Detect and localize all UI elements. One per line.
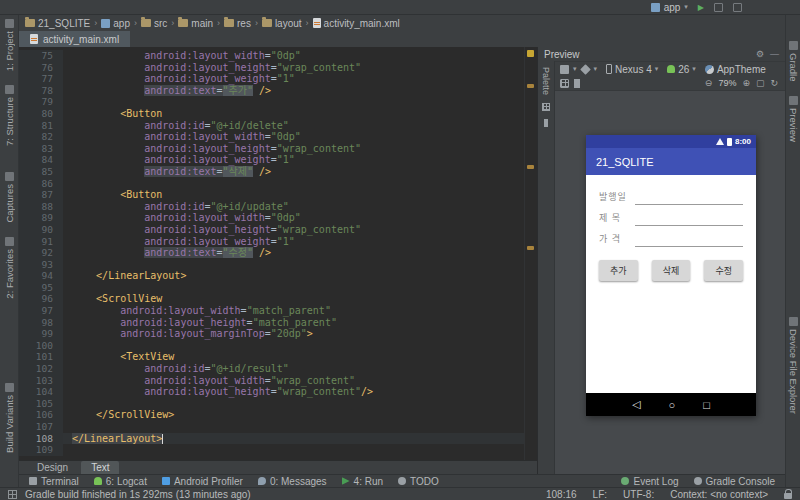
breadcrumb-item-src[interactable]: src bbox=[141, 18, 167, 29]
device-selector[interactable]: Nexus 4 ▾ bbox=[606, 64, 658, 75]
code-line-77[interactable]: 77 android:layout_weight="1" bbox=[19, 73, 524, 85]
tool-window-todo[interactable]: TODO bbox=[398, 476, 439, 487]
zoom-fit-button[interactable]: ▢ bbox=[756, 78, 765, 88]
code-line-97[interactable]: 97 android:layout_width="match_parent" bbox=[19, 305, 524, 317]
tool-window-android-profiler[interactable]: Android Profiler bbox=[162, 476, 243, 487]
code-line-92[interactable]: 92 android:text="수정" /> bbox=[19, 247, 524, 259]
code-line-106[interactable]: 106 </ScrollView> bbox=[19, 409, 524, 421]
code-line-103[interactable]: 103 android:layout_width="wrap_content" bbox=[19, 375, 524, 387]
code-line-78[interactable]: 78 android:text="추가" /> bbox=[19, 85, 524, 97]
code-line-98[interactable]: 98 android:layout_height="match_parent" bbox=[19, 317, 524, 329]
error-stripe-indicator[interactable] bbox=[527, 50, 534, 57]
tab-text[interactable]: Text bbox=[81, 461, 119, 474]
code-line-105[interactable]: 105 bbox=[19, 398, 524, 410]
code-line-88[interactable]: 88 android:id="@+id/update" bbox=[19, 201, 524, 213]
breadcrumb-item-21-sqlite[interactable]: 21_SQLITE bbox=[25, 18, 90, 29]
caret-position[interactable]: 108:16 bbox=[546, 489, 577, 500]
code-line-82[interactable]: 82 android:layout_width="0dp" bbox=[19, 131, 524, 143]
tool-window-gradle-console[interactable]: Gradle Console bbox=[694, 476, 775, 487]
code-line-93[interactable]: 93 bbox=[19, 259, 524, 271]
chevron-down-icon[interactable]: ▾ bbox=[594, 65, 598, 73]
field-input-underline[interactable] bbox=[635, 216, 743, 226]
tool-window-terminal[interactable]: Terminal bbox=[29, 476, 79, 487]
code-line-89[interactable]: 89 android:layout_width="0dp" bbox=[19, 212, 524, 224]
code-line-108[interactable]: 108</LinearLayout> bbox=[19, 433, 524, 445]
editor-error-stripe[interactable] bbox=[524, 47, 537, 460]
design-surface-icon[interactable] bbox=[560, 65, 569, 74]
run-configuration-selector[interactable]: app ▾ bbox=[651, 2, 688, 13]
line-separator-indicator[interactable]: LF: bbox=[593, 489, 607, 500]
phone-button-1[interactable]: 추가 bbox=[599, 260, 638, 281]
status-message[interactable]: Gradle build finished in 1s 292ms (13 mi… bbox=[25, 489, 251, 500]
tool-button-device-file-explorer[interactable]: Device File Explorer bbox=[788, 317, 799, 414]
tool-button-gradle[interactable]: Gradle bbox=[788, 41, 799, 82]
code-line-87[interactable]: 87 <Button bbox=[19, 189, 524, 201]
code-line-95[interactable]: 95 bbox=[19, 282, 524, 294]
toolbar-icon[interactable] bbox=[733, 3, 742, 12]
tool-button-1-project[interactable]: 1: Project bbox=[4, 19, 15, 71]
warning-stripe-mark[interactable] bbox=[527, 165, 534, 169]
code-line-76[interactable]: 76 android:layout_height="wrap_content" bbox=[19, 62, 524, 74]
breadcrumb-item-main[interactable]: main bbox=[178, 18, 213, 29]
tab-design[interactable]: Design bbox=[27, 461, 78, 474]
refresh-button[interactable]: ↻ bbox=[770, 78, 778, 88]
zoom-out-button[interactable]: ⊖ bbox=[705, 78, 713, 88]
code-line-75[interactable]: 75 android:layout_width="0dp" bbox=[19, 50, 524, 62]
code-line-79[interactable]: 79 bbox=[19, 96, 524, 108]
lock-icon[interactable] bbox=[784, 493, 792, 499]
phone-button-2[interactable]: 삭제 bbox=[652, 260, 691, 281]
code-line-83[interactable]: 83 android:layout_height="wrap_content" bbox=[19, 143, 524, 155]
code-editor[interactable]: 75 android:layout_width="0dp"76 android:… bbox=[19, 47, 537, 460]
code-line-102[interactable]: 102 android:id="@+id/result" bbox=[19, 363, 524, 375]
code-line-80[interactable]: 80 <Button bbox=[19, 108, 524, 120]
pause-icon[interactable] bbox=[574, 79, 580, 88]
code-line-91[interactable]: 91 android:layout_weight="1" bbox=[19, 236, 524, 248]
code-line-109[interactable]: 109 bbox=[19, 444, 524, 456]
zoom-in-button[interactable]: ⊕ bbox=[742, 78, 750, 88]
back-button[interactable]: ◁ bbox=[632, 398, 640, 411]
code-line-99[interactable]: 99 android:layout_marginTop="20dp"> bbox=[19, 328, 524, 340]
gear-icon[interactable]: ⚙ bbox=[756, 49, 764, 59]
tool-button-captures[interactable]: Captures bbox=[4, 172, 15, 223]
warning-stripe-mark[interactable] bbox=[527, 84, 534, 88]
grid-mode-icon[interactable] bbox=[560, 79, 569, 88]
palette-tool-tab[interactable]: Palette bbox=[538, 61, 555, 474]
code-line-81[interactable]: 81 android:id="@+id/delete" bbox=[19, 120, 524, 132]
file-encoding-indicator[interactable]: UTF-8: bbox=[623, 489, 654, 500]
code-line-85[interactable]: 85 android:text="삭제" /> bbox=[19, 166, 524, 178]
tool-button-build-variants[interactable]: Build Variants bbox=[4, 383, 15, 453]
orientation-icon[interactable] bbox=[580, 64, 591, 75]
code-line-90[interactable]: 90 android:layout_height="wrap_content" bbox=[19, 224, 524, 236]
recents-button[interactable]: □ bbox=[703, 399, 710, 411]
code-line-101[interactable]: 101 <TextView bbox=[19, 351, 524, 363]
phone-button-3[interactable]: 수정 bbox=[704, 260, 743, 281]
tool-window-4-run[interactable]: 4: Run bbox=[342, 476, 383, 487]
tool-button-7-structure[interactable]: 7: Structure bbox=[4, 85, 15, 146]
breadcrumb-item-layout[interactable]: layout bbox=[262, 18, 302, 29]
api-level-selector[interactable]: 26 ▾ bbox=[667, 64, 696, 75]
code-line-107[interactable]: 107 bbox=[19, 421, 524, 433]
tool-button-2-favorites[interactable]: 2: Favorites bbox=[4, 237, 15, 299]
toolbar-icon[interactable] bbox=[714, 3, 723, 12]
home-button[interactable]: ○ bbox=[669, 399, 676, 411]
breadcrumb-item-res[interactable]: res bbox=[224, 18, 251, 29]
field-input-underline[interactable] bbox=[635, 195, 743, 205]
warning-stripe-mark[interactable] bbox=[527, 246, 534, 250]
breadcrumb-item-activity-main-xml[interactable]: activity_main.xml bbox=[313, 18, 400, 29]
code-line-84[interactable]: 84 android:layout_weight="1" bbox=[19, 154, 524, 166]
tool-window-toggle-icon[interactable] bbox=[8, 490, 17, 499]
code-line-104[interactable]: 104 android:layout_height="wrap_content"… bbox=[19, 386, 524, 398]
chevron-down-icon[interactable]: ▾ bbox=[573, 65, 577, 73]
code-line-94[interactable]: 94 </LinearLayout> bbox=[19, 270, 524, 282]
code-line-100[interactable]: 100 bbox=[19, 340, 524, 352]
tool-window-6-logcat[interactable]: 6: Logcat bbox=[94, 476, 147, 487]
tool-window-0-messages[interactable]: 0: Messages bbox=[258, 476, 327, 487]
code-line-86[interactable]: 86 bbox=[19, 178, 524, 190]
run-button[interactable]: ▶ bbox=[698, 3, 704, 12]
field-input-underline[interactable] bbox=[635, 237, 743, 247]
context-indicator[interactable]: Context: <no context> bbox=[670, 489, 768, 500]
code-line-96[interactable]: 96 <ScrollView bbox=[19, 293, 524, 305]
tool-window-event-log[interactable]: Event Log bbox=[621, 476, 678, 487]
tab-activity-main-xml[interactable]: activity_main.xml bbox=[19, 31, 130, 47]
tool-button-preview[interactable]: Preview bbox=[788, 96, 799, 142]
